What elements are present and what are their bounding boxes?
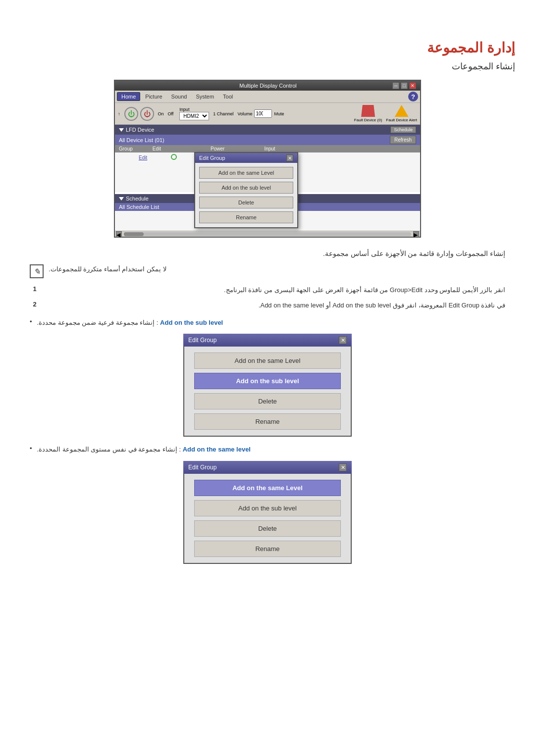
step-2-text: في نافذة Edit Group المعروضة، انقر فوق A…: [45, 301, 505, 311]
bullet-same-level: Add on the same level : إنشاء مجموعة في …: [30, 445, 505, 455]
step-1: انقر بالزر الأيمن للماوس وحدد Group>Edit…: [30, 285, 505, 296]
lfd-header: LFD Device Schedule: [115, 125, 420, 135]
dialog1-body: Add on the same Level Add on the sub lev…: [183, 347, 352, 437]
mute-label: Mute: [274, 111, 284, 116]
fault-alert-label: Fault Device Alert: [386, 118, 417, 122]
volume-label: Volume: [237, 111, 252, 116]
popup-btn-rename[interactable]: Rename: [199, 211, 293, 223]
page-title: إدارة المجموعة: [20, 40, 515, 56]
col-power: Power: [211, 146, 224, 151]
col-edit: Edit: [153, 146, 161, 151]
lfd-triangle-icon: [119, 128, 124, 132]
minimize-button[interactable]: ─: [392, 82, 399, 89]
volume-input[interactable]: [254, 109, 272, 118]
lfd-label: LFD Device: [126, 127, 154, 133]
input-select[interactable]: HDMI2: [179, 112, 209, 120]
menu-home[interactable]: Home: [117, 92, 140, 101]
dialog-same-level: Edit Group ✕ Add on the same Level Add o…: [183, 461, 352, 564]
popup-close-button[interactable]: ✕: [286, 154, 293, 161]
dialog2-btn-delete[interactable]: Delete: [194, 520, 341, 537]
app-title: Multiple Display Control: [144, 83, 392, 89]
dialog1-btn-rename[interactable]: Rename: [194, 413, 341, 430]
refresh-button[interactable]: Refresh: [390, 136, 416, 144]
bullet-sub-desc: إنشاء مجموعة فرعية ضمن مجموعة محددة.: [37, 319, 155, 326]
power-on-button[interactable]: ⏻: [124, 107, 138, 121]
popup-buttons: Add on the same Level Add on the sub lev…: [195, 163, 297, 227]
dialog2-btn-sub[interactable]: Add on the sub level: [194, 500, 341, 516]
scrollbar-thumb[interactable]: [124, 232, 144, 236]
app-content: LFD Device Schedule All Device List (01)…: [115, 125, 420, 237]
schedule-list-label: All Schedule List: [119, 204, 159, 210]
app-window: Multiple Display Control ─ □ ✕ Home Pict…: [114, 80, 421, 238]
schedule-triangle-icon: [119, 197, 124, 201]
device-list-header: All Device List (01) Refresh: [115, 135, 420, 145]
fault-alert-icon[interactable]: Fault Device Alert: [386, 105, 417, 122]
popup-btn-sub-level[interactable]: Add on the sub level: [199, 182, 293, 194]
menu-system[interactable]: System: [192, 93, 218, 101]
fault-device-icon[interactable]: Fault Device (0): [354, 105, 382, 122]
step-2-num: 2: [30, 301, 40, 308]
dialog2-titlebar: Edit Group ✕: [183, 461, 352, 474]
scrollbar-track: [124, 232, 411, 236]
dialog2-body: Add on the same Level Add on the sub lev…: [183, 474, 352, 564]
close-button[interactable]: ✕: [409, 82, 416, 89]
scroll-right-arrow[interactable]: ▶: [413, 231, 419, 237]
alert-icon-shape: [395, 105, 409, 117]
bullet-dot-2: •: [30, 445, 32, 452]
volume-control: Volume Mute: [237, 109, 284, 118]
app-menubar: Home Picture Sound System Tool ?: [115, 91, 420, 103]
bullet-same-text: Add on the same level : إنشاء مجموعة في …: [37, 445, 251, 455]
dialog2-btn-same[interactable]: Add on the same Level: [194, 480, 341, 496]
power-off-button[interactable]: ⏻: [140, 107, 154, 121]
schedule-label: Schedule: [126, 196, 149, 202]
dialog1-btn-same[interactable]: Add on the same Level: [194, 353, 341, 369]
edit-cell[interactable]: Edit: [139, 155, 147, 160]
note-icon: ✎: [30, 264, 44, 278]
off-label: Off: [168, 111, 174, 116]
dialog1-btn-delete[interactable]: Delete: [194, 393, 341, 409]
app-titlebar: Multiple Display Control ─ □ ✕: [115, 81, 420, 91]
titlebar-buttons[interactable]: ─ □ ✕: [392, 82, 416, 89]
step-1-text: انقر بالزر الأيمن للماوس وحدد Group>Edit…: [45, 285, 505, 296]
fault-device-label: Fault Device (0): [354, 118, 382, 122]
input-control: Input HDMI2: [179, 107, 209, 120]
input-label: Input: [179, 107, 209, 112]
dialog1-titlebar: Edit Group ✕: [183, 334, 352, 347]
help-button[interactable]: ?: [408, 92, 418, 101]
scrollbar-bottom[interactable]: ◀ ▶: [115, 231, 420, 237]
bullet-sub-level: Add on the sub level : إنشاء مجموعة فرعي…: [30, 318, 505, 328]
dialog2-close[interactable]: ✕: [339, 463, 347, 471]
power-icons: ⏻ ⏻: [124, 107, 154, 121]
steps-list: انقر بالزر الأيمن للماوس وحدد Group>Edit…: [30, 285, 505, 311]
popup-titlebar: Edit Group ✕: [195, 153, 297, 163]
menu-picture[interactable]: Picture: [141, 93, 166, 101]
power-icon-cell: [171, 154, 177, 161]
schedule-button[interactable]: Schedule: [390, 126, 416, 133]
edit-group-popup: Edit Group ✕ Add on the same Level Add o…: [194, 152, 298, 228]
col-input: Input: [264, 146, 275, 151]
note-text: لا يمكن استخدام أسماء متكررة للمجموعات.: [49, 264, 166, 274]
menu-tool[interactable]: Tool: [219, 93, 237, 101]
main-content: إنشاء المجموعات وإدارة قائمة من الأجهزة …: [20, 250, 515, 564]
bullet-same-desc: إنشاء مجموعة في نفس مستوى المجموعة المحد…: [37, 446, 177, 453]
app-window-wrapper: Multiple Display Control ─ □ ✕ Home Pict…: [114, 80, 421, 238]
maximize-button[interactable]: □: [401, 82, 408, 89]
menu-sound[interactable]: Sound: [167, 93, 191, 101]
dialog2-btn-rename[interactable]: Rename: [194, 541, 341, 557]
bullet-sub-label: Add on the sub level: [160, 319, 223, 326]
dialog1-btn-sub[interactable]: Add on the sub level: [194, 373, 341, 389]
popup-btn-same-level[interactable]: Add on the same Level: [199, 167, 293, 179]
popup-btn-delete[interactable]: Delete: [199, 197, 293, 208]
power-on-label: ↑: [118, 111, 120, 116]
intro-text: إنشاء المجموعات وإدارة قائمة من الأجهزة …: [30, 250, 505, 257]
note-box: لا يمكن استخدام أسماء متكررة للمجموعات. …: [30, 264, 505, 278]
device-list-label: All Device List (01): [119, 137, 164, 143]
dialog1-close[interactable]: ✕: [339, 336, 347, 344]
fault-icon-shape: [361, 105, 375, 117]
col-group: Group: [119, 146, 133, 151]
bullet-dot-1: •: [30, 318, 32, 325]
on-label: On: [158, 111, 164, 116]
scroll-left-arrow[interactable]: ◀: [116, 231, 122, 237]
bullet-sub-text: Add on the sub level : إنشاء مجموعة فرعي…: [37, 318, 223, 328]
dialog1-title: Edit Group: [188, 337, 216, 344]
